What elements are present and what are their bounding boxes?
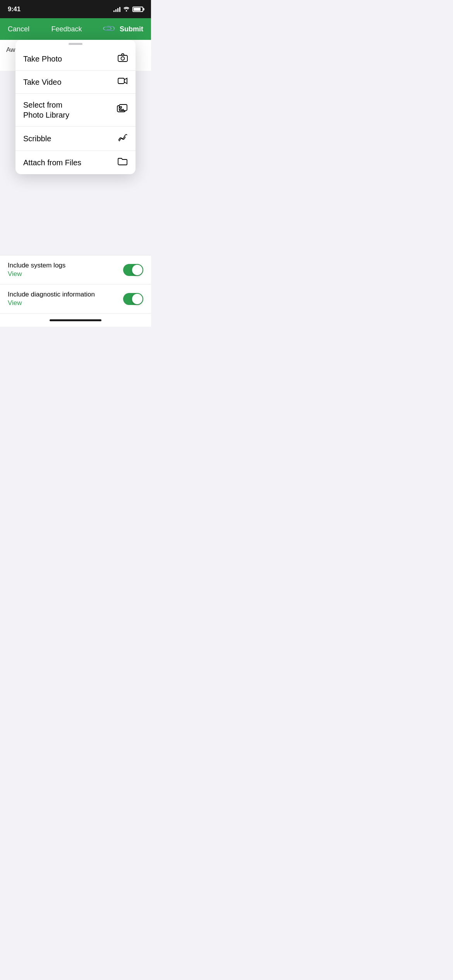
- diagnostic-info-view-link[interactable]: View: [8, 299, 95, 307]
- cancel-button[interactable]: Cancel: [8, 25, 29, 33]
- battery-icon: [132, 7, 143, 12]
- svg-point-2: [121, 57, 125, 60]
- select-photo-library-label: Select fromPhoto Library: [23, 100, 69, 120]
- folder-icon: [118, 157, 128, 168]
- attachment-dropdown: Take Photo Take Video Select fromPhoto L…: [15, 40, 136, 174]
- svg-rect-1: [118, 55, 127, 62]
- system-logs-toggle[interactable]: [123, 264, 143, 276]
- home-bar: [50, 319, 101, 321]
- svg-rect-3: [118, 78, 124, 84]
- take-video-option[interactable]: Take Video: [15, 71, 136, 94]
- attach-files-label: Attach from Files: [23, 158, 81, 167]
- wifi-icon: [123, 7, 130, 12]
- diagnostic-info-label: Include diagnostic information: [8, 291, 95, 298]
- scribble-option[interactable]: Scribble: [15, 127, 136, 151]
- diagnostic-info-toggle[interactable]: [123, 293, 143, 305]
- signal-icon: [113, 7, 120, 12]
- scribble-label: Scribble: [23, 134, 51, 143]
- take-photo-label: Take Photo: [23, 55, 62, 63]
- camera-icon: [118, 53, 128, 64]
- system-logs-text-group: Include system logs View: [8, 262, 65, 278]
- take-video-label: Take Video: [23, 78, 62, 87]
- dropdown-handle: [69, 43, 82, 45]
- nav-bar: Cancel Feedback 📎 Submit: [0, 18, 151, 40]
- toggle-thumb-system-logs: [132, 265, 142, 275]
- system-logs-row: Include system logs View: [0, 255, 151, 284]
- submit-button[interactable]: Submit: [120, 25, 143, 33]
- video-icon: [118, 77, 128, 87]
- attach-icon[interactable]: 📎: [102, 22, 116, 36]
- status-time: 9:41: [8, 5, 21, 13]
- nav-right-actions: 📎 Submit: [104, 24, 143, 34]
- diagnostic-info-text-group: Include diagnostic information View: [8, 291, 95, 307]
- svg-point-0: [126, 10, 127, 12]
- status-bar: 9:41: [0, 0, 151, 18]
- system-logs-label: Include system logs: [8, 262, 65, 269]
- system-logs-view-link[interactable]: View: [8, 270, 65, 278]
- take-photo-option[interactable]: Take Photo: [15, 47, 136, 71]
- home-indicator: [0, 314, 151, 327]
- diagnostic-info-row: Include diagnostic information View: [0, 284, 151, 314]
- bottom-section: Include system logs View Include diagnos…: [0, 255, 151, 327]
- page-title: Feedback: [51, 25, 82, 33]
- scribble-icon: [118, 133, 128, 144]
- photo-library-icon: [117, 104, 128, 116]
- status-icons: [113, 7, 143, 12]
- toggle-thumb-diagnostic-info: [132, 294, 142, 304]
- attach-files-option[interactable]: Attach from Files: [15, 151, 136, 174]
- select-photo-library-option[interactable]: Select fromPhoto Library: [15, 94, 136, 127]
